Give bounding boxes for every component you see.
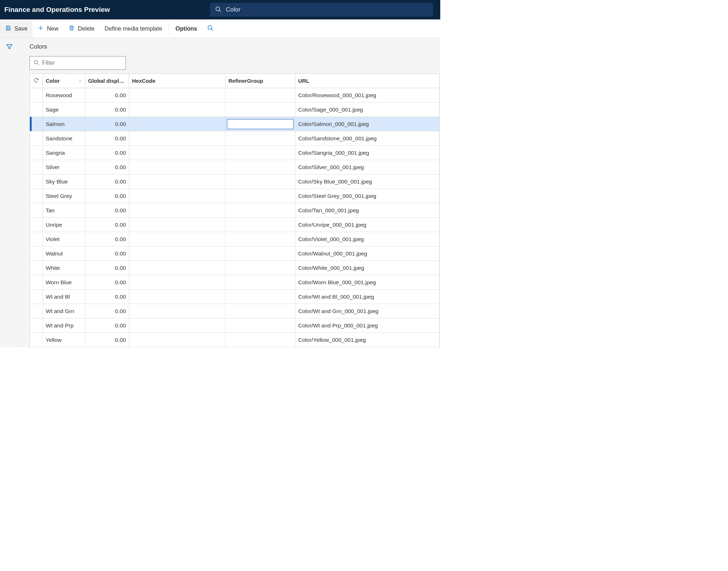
cell-global-display-order[interactable]: 0.00: [85, 88, 129, 102]
delete-button[interactable]: Delete: [63, 19, 99, 38]
cell-global-display-order[interactable]: 0.00: [85, 275, 129, 289]
cell-global-display-order[interactable]: 0.00: [85, 232, 129, 246]
options-button[interactable]: Options: [170, 19, 202, 38]
cell-refinergroup[interactable]: [226, 218, 295, 232]
cell-color[interactable]: White: [43, 261, 85, 275]
table-row[interactable]: Unripe0.00Color/Unripe_000_001.jpeg: [30, 218, 439, 232]
cell-url[interactable]: Color/Tan_000_001.jpeg: [295, 203, 439, 217]
cell-refinergroup[interactable]: [226, 88, 295, 102]
cell-color[interactable]: Worn Blue: [43, 275, 85, 289]
cell-url[interactable]: Color/Sky Blue_000_001.jpeg: [295, 175, 439, 189]
table-row[interactable]: Worn Blue0.00Color/Worn Blue_000_001.jpe…: [30, 275, 439, 290]
cell-url[interactable]: Color/Worn Blue_000_001.jpeg: [295, 275, 439, 289]
table-row[interactable]: Silver0.00Color/Silver_000_001.jpeg: [30, 160, 439, 175]
cell-refinergroup[interactable]: [226, 304, 295, 318]
cell-url[interactable]: Color/Wt and Bl_000_001.jpeg: [295, 290, 439, 304]
table-row[interactable]: White0.00Color/White_000_001.jpeg: [30, 261, 439, 275]
cell-color[interactable]: Sky Blue: [43, 175, 85, 189]
cell-refinergroup[interactable]: [226, 275, 295, 289]
cell-refinergroup[interactable]: [226, 131, 295, 145]
cell-global-display-order[interactable]: 0.00: [85, 175, 129, 189]
cell-refinergroup[interactable]: [226, 103, 295, 117]
cell-refinergroup[interactable]: [226, 146, 295, 160]
cell-refinergroup[interactable]: [226, 175, 295, 189]
cell-refinergroup[interactable]: [226, 203, 295, 217]
row-handle[interactable]: [30, 203, 43, 217]
global-search[interactable]: Color: [210, 3, 433, 17]
cell-url[interactable]: Color/Steel Grey_000_001.jpeg: [295, 189, 439, 203]
table-row[interactable]: Wt and Prp0.00Color/Wt and Prp_000_001.j…: [30, 318, 439, 333]
table-row[interactable]: Steel Grey0.00Color/Steel Grey_000_001.j…: [30, 189, 439, 203]
cell-hexcode[interactable]: [129, 246, 226, 260]
grid-filter[interactable]: [29, 56, 126, 70]
table-row[interactable]: Wt and Grn0.00Color/Wt and Grn_000_001.j…: [30, 304, 439, 318]
cell-color[interactable]: Walnut: [43, 246, 85, 260]
cell-url[interactable]: Color/Sage_000_001.jpeg: [295, 103, 439, 117]
cell-color[interactable]: Sage: [43, 103, 85, 117]
table-row[interactable]: Salmon0.00Color/Salmon_000_001.jpeg: [30, 117, 439, 131]
table-row[interactable]: Sangria0.00Color/Sangria_000_001.jpeg: [30, 146, 439, 160]
table-row[interactable]: Violet0.00Color/Violet_000_001.jpeg: [30, 232, 439, 246]
cell-url[interactable]: Color/White_000_001.jpeg: [295, 261, 439, 275]
cell-global-display-order[interactable]: 0.00: [85, 261, 129, 275]
cell-global-display-order[interactable]: 0.00: [85, 318, 129, 332]
cell-color[interactable]: Yellow: [43, 333, 85, 347]
col-header-color[interactable]: Color ↑: [43, 74, 85, 88]
cell-refinergroup[interactable]: [226, 261, 295, 275]
cell-color[interactable]: Sangria: [43, 146, 85, 160]
table-row[interactable]: Sky Blue0.00Color/Sky Blue_000_001.jpeg: [30, 175, 439, 189]
row-handle[interactable]: [30, 218, 43, 232]
cell-hexcode[interactable]: [129, 146, 226, 160]
table-row[interactable]: Walnut0.00Color/Walnut_000_001.jpeg: [30, 246, 439, 261]
row-handle[interactable]: [30, 290, 43, 304]
cell-hexcode[interactable]: [129, 175, 226, 189]
cell-color[interactable]: Tan: [43, 203, 85, 217]
col-header-global-display-order[interactable]: Global display …: [85, 74, 129, 88]
cell-refinergroup[interactable]: [226, 117, 295, 131]
cell-color[interactable]: Wt and Prp: [43, 318, 85, 332]
row-handle[interactable]: [30, 175, 43, 189]
cell-refinergroup[interactable]: [226, 160, 295, 174]
cell-url[interactable]: Color/Violet_000_001.jpeg: [295, 232, 439, 246]
cell-hexcode[interactable]: [129, 290, 226, 304]
table-row[interactable]: Sandstone0.00Color/Sandstone_000_001.jpe…: [30, 131, 439, 146]
cell-hexcode[interactable]: [129, 203, 226, 217]
cell-url[interactable]: Color/Wt and Prp_000_001.jpeg: [295, 318, 439, 332]
cell-global-display-order[interactable]: 0.00: [85, 131, 129, 145]
cell-url[interactable]: Color/Rosewood_000_001.jpeg: [295, 88, 439, 102]
cell-refinergroup[interactable]: [226, 246, 295, 260]
cell-hexcode[interactable]: [129, 88, 226, 102]
cell-hexcode[interactable]: [129, 189, 226, 203]
cell-hexcode[interactable]: [129, 103, 226, 117]
action-search-button[interactable]: [202, 19, 219, 38]
row-handle[interactable]: [30, 103, 43, 117]
row-handle[interactable]: [30, 261, 43, 275]
cell-color[interactable]: Rosewood: [43, 88, 85, 102]
cell-global-display-order[interactable]: 0.00: [85, 203, 129, 217]
cell-global-display-order[interactable]: 0.00: [85, 189, 129, 203]
cell-url[interactable]: Color/Yellow_000_001.jpeg: [295, 333, 439, 347]
cell-hexcode[interactable]: [129, 117, 226, 131]
cell-hexcode[interactable]: [129, 318, 226, 332]
cell-refinergroup[interactable]: [226, 318, 295, 332]
refinergroup-input[interactable]: [227, 119, 294, 129]
row-handle[interactable]: [30, 88, 43, 102]
row-handle[interactable]: [30, 131, 43, 145]
cell-color[interactable]: Salmon: [43, 117, 85, 131]
cell-url[interactable]: Color/Silver_000_001.jpeg: [295, 160, 439, 174]
col-header-url[interactable]: URL: [295, 74, 439, 88]
filter-funnel-icon[interactable]: [6, 43, 13, 347]
cell-color[interactable]: Sandstone: [43, 131, 85, 145]
cell-global-display-order[interactable]: 0.00: [85, 146, 129, 160]
table-row[interactable]: Yellow0.00Color/Yellow_000_001.jpeg: [30, 333, 439, 347]
grid-filter-input[interactable]: [42, 60, 122, 66]
table-row[interactable]: Wt and Bl0.00Color/Wt and Bl_000_001.jpe…: [30, 290, 439, 304]
cell-global-display-order[interactable]: 0.00: [85, 103, 129, 117]
cell-global-display-order[interactable]: 0.00: [85, 218, 129, 232]
row-handle[interactable]: [30, 318, 43, 332]
col-header-hexcode[interactable]: HexCode: [129, 74, 226, 88]
cell-color[interactable]: Wt and Bl: [43, 290, 85, 304]
cell-global-display-order[interactable]: 0.00: [85, 160, 129, 174]
row-handle[interactable]: [30, 117, 43, 131]
cell-color[interactable]: Steel Grey: [43, 189, 85, 203]
